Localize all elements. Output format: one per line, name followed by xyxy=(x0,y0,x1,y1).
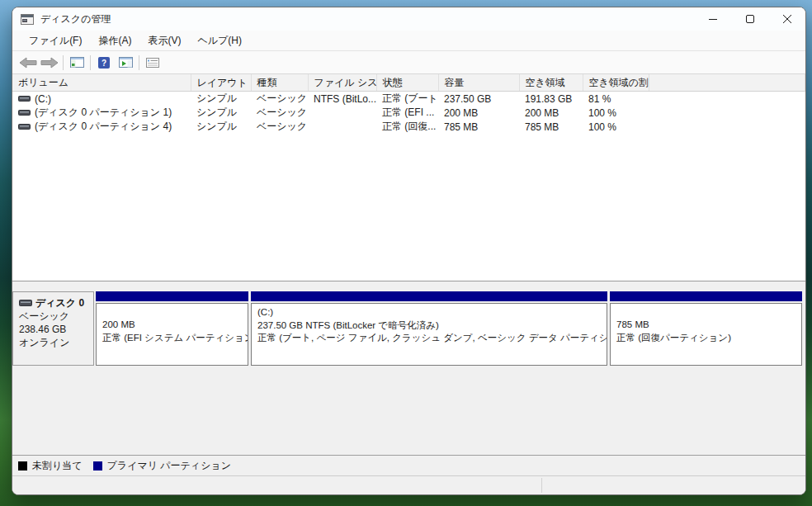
volume-row[interactable]: (ディスク 0 パーティション 1) シンプル ベーシック 正常 (EFI ..… xyxy=(12,106,805,120)
title-bar: ディスクの管理 xyxy=(12,7,805,31)
volume-list-pane: ボリューム レイアウト 種類 ファイル システム 状態 容量 空き領域 空き領域… xyxy=(12,74,805,281)
volume-icon xyxy=(18,109,31,116)
volume-layout: シンプル xyxy=(191,106,251,120)
disk0-label-box[interactable]: ディスク 0 ベーシック 238.46 GB オンライン xyxy=(12,291,94,366)
volume-type: ベーシック xyxy=(251,120,308,134)
graphical-view-pane: ディスク 0 ベーシック 238.46 GB オンライン 200 MB 正常 (… xyxy=(12,286,805,455)
legend-primary-partition: プライマリ パーティション xyxy=(93,459,231,473)
disk0-name: ディスク 0 xyxy=(35,296,84,310)
toolbar: ? xyxy=(12,51,805,74)
volume-name: (ディスク 0 パーティション 1) xyxy=(35,106,172,120)
partition-c[interactable]: (C:) 237.50 GB NTFS (BitLocker で暗号化済み) 正… xyxy=(251,291,607,366)
column-layout[interactable]: レイアウト xyxy=(191,74,251,92)
volume-layout: シンプル xyxy=(191,92,251,106)
volume-row[interactable]: (ディスク 0 パーティション 4) シンプル ベーシック 正常 (回復... … xyxy=(12,120,805,134)
action-pane-icon xyxy=(119,57,133,68)
partitions-container: 200 MB 正常 (EFI システム パーティション) (C:) 237.50… xyxy=(96,291,802,366)
legend-label: 未割り当て xyxy=(32,459,83,473)
action-pane-button[interactable] xyxy=(115,54,136,72)
menu-bar: ファイル(F) 操作(A) 表示(V) ヘルプ(H) xyxy=(12,31,805,51)
legend-bar: 未割り当て プライマリ パーティション xyxy=(12,455,805,475)
legend-unallocated: 未割り当て xyxy=(18,459,83,473)
menu-file[interactable]: ファイル(F) xyxy=(21,31,90,50)
volume-status: 正常 (ブート... xyxy=(376,92,438,106)
volume-table-header: ボリューム レイアウト 種類 ファイル システム 状態 容量 空き領域 空き領域… xyxy=(12,74,805,92)
menu-help[interactable]: ヘルプ(H) xyxy=(189,31,250,50)
desktop-wallpaper: ディスクの管理 ファイル(F) 操作(A) 表示(V) ヘルプ(H) xyxy=(0,0,812,506)
help-icon: ? xyxy=(98,57,110,69)
toolbar-separator xyxy=(63,55,64,70)
volume-free-space: 785 MB xyxy=(519,120,583,134)
column-volume[interactable]: ボリューム xyxy=(12,74,191,92)
status-bar-divider xyxy=(541,478,542,493)
close-icon xyxy=(783,15,791,23)
status-bar xyxy=(12,475,805,494)
partition-size: 200 MB xyxy=(102,319,242,332)
volume-status: 正常 (回復... xyxy=(376,120,438,134)
volume-status: 正常 (EFI ... xyxy=(376,106,438,120)
column-free-space[interactable]: 空き領域 xyxy=(519,74,583,92)
help-button[interactable]: ? xyxy=(93,54,115,72)
volume-capacity: 200 MB xyxy=(438,106,519,120)
partition-recovery[interactable]: 785 MB 正常 (回復パーティション) xyxy=(610,291,802,366)
properties-icon xyxy=(146,58,159,68)
primary-partition-colorbar xyxy=(251,291,607,301)
back-button[interactable] xyxy=(17,54,39,72)
disk0-strip: ディスク 0 ベーシック 238.46 GB オンライン 200 MB 正常 (… xyxy=(12,291,802,366)
disk0-status: オンライン xyxy=(19,336,90,349)
volume-free-pct: 100 % xyxy=(583,120,649,134)
close-button[interactable] xyxy=(768,7,805,31)
column-type[interactable]: 種類 xyxy=(251,74,308,92)
partition-name xyxy=(616,306,795,319)
toolbar-separator xyxy=(90,55,91,70)
unallocated-swatch-icon xyxy=(18,461,27,471)
column-filler xyxy=(649,74,805,92)
volume-name: (C:) xyxy=(35,93,51,105)
column-capacity[interactable]: 容量 xyxy=(438,74,519,92)
volume-row[interactable]: (C:) シンプル ベーシック NTFS (BitLo... 正常 (ブート..… xyxy=(12,92,805,106)
volume-filesystem xyxy=(308,120,376,134)
forward-button[interactable] xyxy=(39,54,60,72)
window-title: ディスクの管理 xyxy=(40,12,111,26)
maximize-button[interactable] xyxy=(731,7,768,31)
volume-table: ボリューム レイアウト 種類 ファイル システム 状態 容量 空き領域 空き領域… xyxy=(12,74,805,134)
caption-buttons xyxy=(694,7,805,31)
volume-filesystem: NTFS (BitLo... xyxy=(308,92,376,106)
partition-efi[interactable]: 200 MB 正常 (EFI システム パーティション) xyxy=(96,291,248,366)
pane-splitter[interactable] xyxy=(12,281,805,286)
volume-free-pct: 100 % xyxy=(583,106,649,120)
volume-icon xyxy=(18,123,31,130)
primary-partition-swatch-icon xyxy=(93,461,102,471)
disk0-capacity: 238.46 GB xyxy=(19,323,90,336)
volume-layout: シンプル xyxy=(191,120,251,134)
volume-free-pct: 81 % xyxy=(583,92,649,106)
properties-button[interactable] xyxy=(142,54,163,72)
svg-text:?: ? xyxy=(102,59,106,68)
disk-management-window: ディスクの管理 ファイル(F) 操作(A) 表示(V) ヘルプ(H) xyxy=(12,7,806,495)
volume-capacity: 785 MB xyxy=(438,120,519,134)
console-tree-icon xyxy=(70,57,84,68)
disk-management-app-icon xyxy=(21,14,34,25)
column-filesystem[interactable]: ファイル システム xyxy=(308,74,376,92)
volume-capacity: 237.50 GB xyxy=(438,92,519,106)
minimize-button[interactable] xyxy=(694,7,731,31)
menu-action[interactable]: 操作(A) xyxy=(90,31,139,50)
partition-name: (C:) xyxy=(257,306,601,319)
menu-view[interactable]: 表示(V) xyxy=(139,31,189,50)
legend-label: プライマリ パーティション xyxy=(107,459,231,473)
back-arrow-icon xyxy=(19,57,37,69)
volume-name: (ディスク 0 パーティション 4) xyxy=(35,120,172,134)
volume-type: ベーシック xyxy=(251,92,308,106)
maximize-icon xyxy=(746,15,754,23)
toolbar-separator xyxy=(139,55,139,70)
volume-filesystem xyxy=(308,106,376,120)
column-free-pct[interactable]: 空き領域の割... xyxy=(583,74,649,92)
partition-size: 237.50 GB NTFS (BitLocker で暗号化済み) xyxy=(257,319,601,333)
column-status[interactable]: 状態 xyxy=(376,74,438,92)
partition-size: 785 MB xyxy=(616,319,795,332)
partition-status: 正常 (ブート, ページ ファイル, クラッシュ ダンプ, ベーシック データ … xyxy=(257,332,601,345)
volume-free-space: 191.83 GB xyxy=(519,92,583,106)
console-tree-button[interactable] xyxy=(66,54,87,72)
partition-status: 正常 (EFI システム パーティション) xyxy=(102,332,242,345)
primary-partition-colorbar xyxy=(96,291,248,301)
